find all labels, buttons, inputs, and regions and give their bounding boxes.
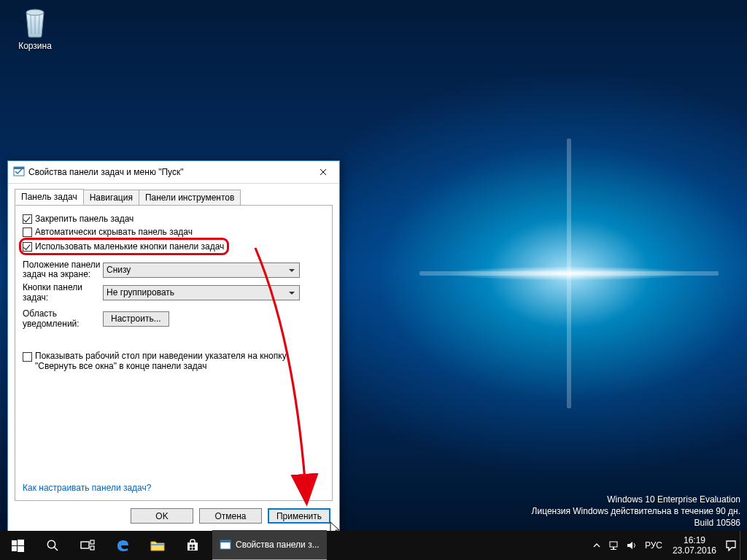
small-buttons-label: Использовать маленькие кнопки панели зад… [35,241,224,252]
svg-rect-12 [81,542,89,548]
show-desktop-button[interactable] [740,531,746,560]
desktop: Корзина Windows 10 Enterprise Evaluation… [0,0,747,560]
peek-label: Показывать рабочий стол при наведении ук… [35,351,305,371]
network-icon [608,540,620,551]
taskbar-app-title: Свойства панели з... [236,540,320,550]
position-row: Положение панели задач на экране: Снизу [23,260,325,279]
checkbox-small-buttons[interactable] [23,242,32,252]
wallpaper-decoration [394,262,744,284]
lock-taskbar-label: Закрепить панель задач [35,214,133,224]
svg-rect-14 [90,546,94,550]
tray-network[interactable] [605,531,623,560]
svg-rect-20 [193,548,195,550]
svg-rect-18 [193,545,195,547]
tray-clock[interactable]: 16:19 23.07.2016 [667,535,722,556]
svg-rect-19 [190,548,192,550]
taskbar-buttons-label: Кнопки панели задач: [23,282,103,303]
watermark-build: Build 10586 [532,517,740,529]
apply-button[interactable]: Применить [268,508,330,524]
cancel-button[interactable]: Отмена [199,508,262,524]
notification-area-row: Область уведомлений: Настроить... [23,308,325,329]
window-icon [13,166,25,179]
checkbox-peek[interactable] [23,352,32,362]
close-icon [320,168,327,176]
action-center-icon [725,540,737,551]
tray-chevron[interactable] [588,531,605,560]
svg-point-10 [47,540,55,548]
svg-line-11 [55,548,58,551]
svg-rect-7 [18,540,24,545]
tab-navigation[interactable]: Навигация [83,190,139,206]
svg-rect-17 [190,545,192,547]
svg-rect-22 [220,540,231,542]
svg-point-0 [26,9,44,15]
taskbar-spacer [327,531,588,560]
autohide-row[interactable]: Автоматически скрывать панель задач [23,227,325,237]
svg-rect-25 [611,549,616,550]
autohide-label: Автоматически скрывать панель задач [35,227,193,237]
watermark-license: Лицензия Windows действительна в течение… [532,505,740,517]
recycle-bin-icon[interactable]: Корзина [9,4,61,51]
svg-rect-6 [12,540,17,545]
close-button[interactable] [306,161,339,183]
folder-icon [150,540,165,551]
checkbox-lock-taskbar[interactable] [23,214,32,224]
edge-icon [115,538,130,553]
taskbar-buttons-combobox[interactable]: Не группировать [103,285,300,300]
clock-time: 16:19 [673,535,716,545]
svg-rect-5 [14,167,24,169]
taskbar-properties-dialog: Свойства панели задач и меню "Пуск" Пане… [7,160,340,532]
task-view-icon [80,540,95,551]
tab-strip: Панель задач Навигация Панели инструмент… [8,184,339,205]
svg-rect-24 [613,547,614,549]
svg-rect-13 [90,540,94,544]
checkbox-autohide[interactable] [23,228,32,237]
lock-taskbar-row[interactable]: Закрепить панель задач [23,214,325,224]
taskbar-buttons-row: Кнопки панели задач: Не группировать [23,282,325,303]
taskbar-left: Свойства панели з... [0,531,327,560]
speaker-icon [626,540,638,551]
ok-button[interactable]: OK [131,508,193,524]
dialog-title: Свойства панели задач и меню "Пуск" [28,167,306,177]
evaluation-watermark: Windows 10 Enterprise Evaluation Лицензи… [532,494,740,529]
peek-row[interactable]: Показывать рабочий стол при наведении ук… [23,351,325,371]
window-icon [220,539,231,551]
small-buttons-row[interactable]: Использовать маленькие кнопки панели зад… [23,240,325,257]
tray-action-center[interactable] [722,531,740,560]
watermark-edition: Windows 10 Enterprise Evaluation [532,494,740,505]
edge-button[interactable] [105,531,140,560]
annotation-highlight: Использовать маленькие кнопки панели зад… [19,238,229,255]
search-button[interactable] [35,531,70,560]
customize-button[interactable]: Настроить... [103,311,169,327]
tab-toolbars[interactable]: Панели инструментов [139,190,241,206]
search-icon [46,539,59,552]
store-button[interactable] [175,531,210,560]
notification-area-label: Область уведомлений: [23,308,103,329]
dialog-button-row: OK Отмена Применить [131,508,330,524]
system-tray: РУС 16:19 23.07.2016 [588,531,747,560]
clock-date: 23.07.2016 [673,545,716,556]
start-button[interactable] [0,531,35,560]
tab-taskbar[interactable]: Панель задач [15,189,84,205]
position-label: Положение панели задач на экране: [23,260,103,279]
chevron-up-icon [593,542,600,548]
position-combobox[interactable]: Снизу [103,262,300,278]
trash-icon [19,4,51,39]
svg-rect-8 [12,546,17,551]
recycle-bin-label: Корзина [9,41,61,51]
help-link[interactable]: Как настраивать панели задач? [23,483,151,493]
tab-panel-taskbar: Закрепить панель задач Автоматически скр… [15,205,333,501]
task-view-button[interactable] [70,531,105,560]
titlebar[interactable]: Свойства панели задач и меню "Пуск" [8,161,339,184]
file-explorer-button[interactable] [140,531,175,560]
windows-logo-icon [12,540,24,552]
svg-rect-9 [18,546,24,552]
taskbar-app-properties[interactable]: Свойства панели з... [212,530,327,560]
svg-rect-15 [151,544,164,545]
store-icon [186,539,199,552]
tray-volume[interactable] [623,531,640,560]
svg-rect-23 [610,542,617,547]
taskbar: Свойства панели з... РУС 16:19 23.07.201… [0,531,747,560]
tray-language[interactable]: РУС [640,540,667,551]
